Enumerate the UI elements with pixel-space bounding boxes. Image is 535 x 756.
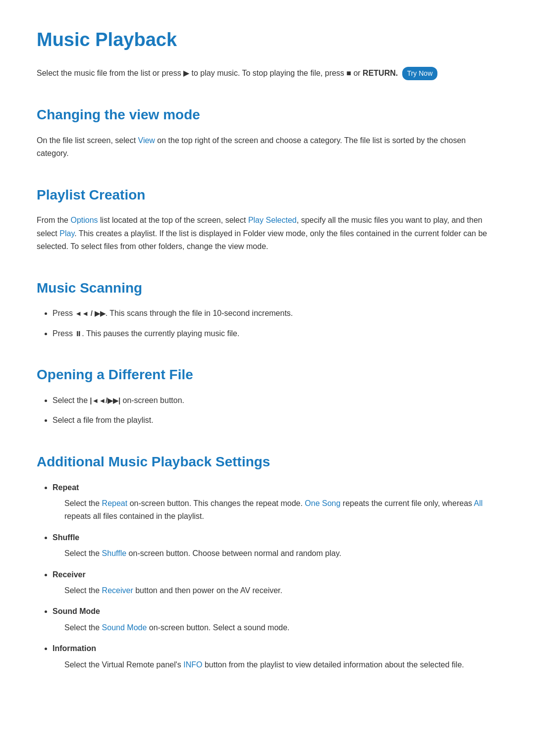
repeat-link: Repeat: [102, 499, 128, 507]
list-item-receiver: Receiver Select the Receiver button and …: [53, 568, 498, 598]
receiver-description: Select the Receiver button and then powe…: [64, 584, 498, 597]
view-link: View: [138, 136, 155, 145]
heading-changing-view-mode: Changing the view mode: [37, 104, 498, 126]
repeat-label: Repeat: [53, 483, 79, 492]
shuffle-label: Shuffle: [53, 533, 79, 542]
intro-or: or: [353, 69, 360, 77]
repeat-description: Select the Repeat on-screen button. This…: [64, 497, 498, 523]
sound-mode-label: Sound Mode: [53, 607, 100, 615]
section-intro: Select the music file from the list or p…: [37, 67, 498, 80]
opening-different-file-list: Select the |◄◄/▶▶| on-screen button. Sel…: [53, 394, 498, 427]
section-playlist-creation: Playlist Creation From the Options list …: [37, 184, 498, 253]
intro-return: RETURN.: [363, 69, 398, 77]
all-link: All: [474, 499, 483, 507]
pause-symbol: ⏸: [75, 330, 82, 338]
info-link: INFO: [183, 660, 202, 669]
play-link: Play: [59, 229, 74, 238]
information-label: Information: [53, 644, 96, 653]
shuffle-description: Select the Shuffle on-screen button. Cho…: [64, 547, 498, 560]
shuffle-link: Shuffle: [102, 549, 127, 557]
additional-settings-list: Repeat Select the Repeat on-screen butto…: [53, 481, 498, 671]
list-item: Select the |◄◄/▶▶| on-screen button.: [53, 394, 498, 407]
intro-text: Select the music file from the list or p…: [37, 67, 498, 80]
list-item: Press ⏸. This pauses the currently playi…: [53, 327, 498, 340]
prev-next-symbol: |◄◄/▶▶|: [90, 397, 120, 404]
section-additional-settings: Additional Music Playback Settings Repea…: [37, 451, 498, 671]
page-title: Music Playback: [37, 25, 498, 55]
receiver-link: Receiver: [102, 586, 133, 595]
sound-mode-description: Select the Sound Mode on-screen button. …: [64, 621, 498, 634]
music-scanning-list: Press ◄◄ / ▶▶. This scans through the fi…: [53, 307, 498, 340]
heading-playlist-creation: Playlist Creation: [37, 184, 498, 206]
play-selected-link: Play Selected: [248, 216, 297, 224]
rewind-fastforward-symbol: ◄◄ / ▶▶: [75, 309, 105, 317]
try-now-badge[interactable]: Try Now: [402, 67, 438, 80]
section-music-scanning: Music Scanning Press ◄◄ / ▶▶. This scans…: [37, 277, 498, 341]
section-opening-different-file: Opening a Different File Select the |◄◄/…: [37, 364, 498, 427]
list-item-shuffle: Shuffle Select the Shuffle on-screen but…: [53, 531, 498, 560]
list-item: Press ◄◄ / ▶▶. This scans through the fi…: [53, 307, 498, 320]
list-item-sound-mode: Sound Mode Select the Sound Mode on-scre…: [53, 605, 498, 634]
section-changing-view-mode: Changing the view mode On the file list …: [37, 104, 498, 160]
page-container: Music Playback Select the music file fro…: [37, 25, 498, 671]
playlist-creation-text: From the Options list located at the top…: [37, 214, 498, 253]
sound-mode-link: Sound Mode: [102, 623, 147, 632]
list-item-repeat: Repeat Select the Repeat on-screen butto…: [53, 481, 498, 523]
changing-view-mode-text: On the file list screen, select View on …: [37, 134, 498, 160]
receiver-label: Receiver: [53, 570, 86, 579]
heading-opening-different-file: Opening a Different File: [37, 364, 498, 386]
one-song-link: One Song: [305, 499, 340, 507]
information-description: Select the Virtual Remote panel's INFO b…: [64, 658, 498, 671]
options-link: Options: [70, 216, 98, 224]
heading-additional-settings: Additional Music Playback Settings: [37, 451, 498, 473]
list-item-information: Information Select the Virtual Remote pa…: [53, 642, 498, 671]
list-item: Select a file from the playlist.: [53, 414, 498, 427]
heading-music-scanning: Music Scanning: [37, 277, 498, 300]
